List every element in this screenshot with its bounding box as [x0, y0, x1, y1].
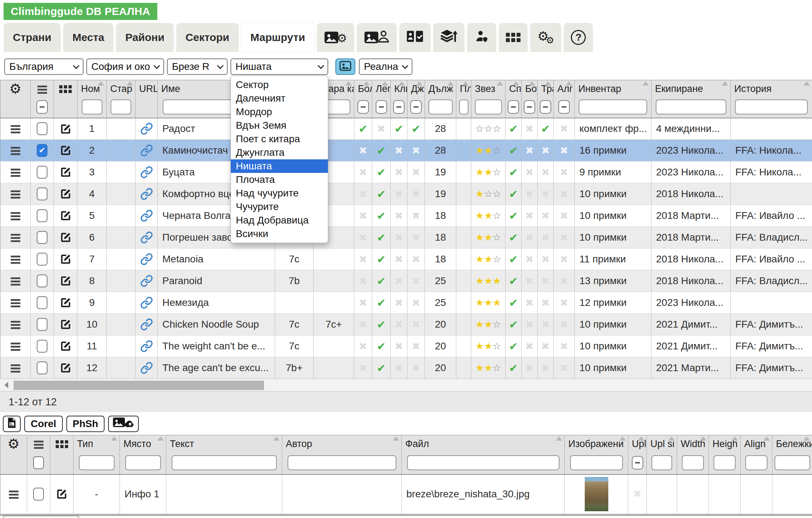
dropdown-option[interactable]: Вдън Земя: [231, 119, 328, 132]
filter-image-input[interactable]: [570, 455, 623, 470]
edit-button[interactable]: [60, 231, 72, 242]
column-header-upl[interactable]: Upl: [628, 435, 647, 452]
gear-icon[interactable]: ⚙: [9, 81, 21, 96]
column-header-type[interactable]: Тип: [73, 435, 120, 452]
sort-arrow-icon[interactable]: [566, 81, 572, 86]
row-checkbox[interactable]: ✔: [37, 144, 47, 157]
filter-place-input[interactable]: [125, 455, 161, 470]
route-row[interactable]: 9Немезида✖✔✖✖25★★★✔✖✖✖12 примки2023 Нико…: [0, 292, 812, 314]
route-row[interactable]: 3Буцата✖✔✖✖19★★☆✔✖✖✖9 примки2023 Никола.…: [0, 161, 812, 183]
route-photo-thumbnail[interactable]: [585, 477, 608, 511]
edit-button[interactable]: [60, 123, 72, 134]
select-mode[interactable]: Реална: [359, 58, 412, 75]
route-row[interactable]: 1Радост✔✖✔✔28☆☆☆✔✖✔✖комплект фр...4 межд…: [0, 118, 812, 140]
column-header-equip[interactable]: Екипиране: [651, 80, 731, 97]
select-region[interactable]: Брезе R: [167, 58, 228, 75]
filter-equip-input[interactable]: [656, 99, 726, 114]
filter-minus-checkbox[interactable]: [524, 100, 535, 114]
filter-type-input[interactable]: [79, 455, 115, 470]
dropdown-option[interactable]: Поет с китара: [231, 132, 328, 146]
sort-arrow-icon[interactable]: [722, 81, 728, 86]
route-link-icon[interactable]: [140, 296, 153, 307]
column-header-stars[interactable]: Звез: [471, 80, 506, 97]
filter-old-input[interactable]: [111, 99, 131, 114]
dropdown-option[interactable]: Нишата: [231, 159, 328, 173]
sort-arrow-icon[interactable]: [399, 81, 405, 86]
sort-arrow-icon[interactable]: [763, 436, 770, 441]
route-link-icon[interactable]: [140, 231, 153, 242]
route-row[interactable]: 4Комфортно вцепен✖✔✖✖19★☆☆✔✖✖✖10 примки2…: [0, 183, 812, 205]
corel-button[interactable]: Corel: [24, 416, 63, 432]
drag-handle[interactable]: [11, 340, 20, 352]
sort-arrow-icon[interactable]: [638, 436, 644, 441]
sort-arrow-icon[interactable]: [157, 436, 164, 441]
filter-inventory-input[interactable]: [579, 99, 647, 114]
edit-button[interactable]: [60, 210, 72, 221]
drag-handle[interactable]: [11, 232, 20, 243]
sort-arrow-icon[interactable]: [273, 436, 280, 441]
route-row[interactable]: 5Черната Волга✖✔✖✖18★★☆✔✖✖✖10 примки2018…: [0, 205, 812, 227]
select-sector[interactable]: Нишата: [230, 58, 328, 75]
row-checkbox[interactable]: [37, 188, 47, 200]
sort-arrow-icon[interactable]: [643, 81, 649, 86]
edit-button[interactable]: [60, 362, 72, 373]
filter-notes-input[interactable]: [775, 455, 810, 470]
file-image-button[interactable]: [3, 416, 21, 432]
tab-Страни[interactable]: Страни: [4, 23, 61, 52]
tab-apps-grid[interactable]: [499, 23, 528, 52]
sort-arrow-icon[interactable]: [700, 436, 706, 441]
column-header-kli[interactable]: Кли: [391, 80, 407, 97]
dropdown-option[interactable]: Чучурите: [231, 200, 328, 214]
route-row[interactable]: ✔2Каминочистач✖✔✖✖28★★☆✔✖✖✖16 примки2023…: [0, 140, 812, 161]
edit-button[interactable]: [60, 318, 72, 329]
dropdown-option[interactable]: Сектор: [231, 78, 328, 92]
filter-file-input[interactable]: [407, 455, 559, 470]
sort-arrow-icon[interactable]: [497, 81, 503, 86]
filter-text-input[interactable]: [172, 455, 277, 470]
route-row[interactable]: 8Paranoid7b✖✔✖✖25★★★✔✖✖✖13 примки2018 Ни…: [0, 270, 812, 292]
row-checkbox[interactable]: [37, 166, 47, 179]
filter-upl_size-input[interactable]: [651, 455, 672, 470]
drag-handle[interactable]: [11, 275, 20, 286]
column-header-height[interactable]: Heigh: [709, 435, 741, 452]
route-link-icon[interactable]: [140, 318, 153, 329]
edit-button[interactable]: [60, 253, 72, 264]
sort-arrow-icon[interactable]: [556, 436, 562, 441]
column-header-leg[interactable]: Лег: [372, 80, 391, 97]
drag-handle[interactable]: [11, 123, 20, 134]
drag-handle[interactable]: [11, 166, 20, 178]
filter-height-input[interactable]: [714, 455, 736, 470]
sort-arrow-icon[interactable]: [619, 436, 626, 441]
dropdown-option[interactable]: Над чучурите: [231, 186, 328, 200]
dropdown-option[interactable]: Над Добравица: [231, 214, 328, 227]
filter-num-input[interactable]: [82, 99, 102, 114]
drag-handle[interactable]: [11, 362, 20, 373]
column-header-url[interactable]: URL: [136, 80, 158, 97]
sort-arrow-icon[interactable]: [732, 436, 738, 441]
edit-button[interactable]: [60, 340, 72, 351]
bottom-scrollbar[interactable]: [0, 514, 812, 516]
phsh-button[interactable]: PhSh: [66, 416, 105, 432]
route-row[interactable]: 10Chicken Noodle Soup7c7c+✖✔✖✖20★★☆✔✖✖✖1…: [0, 314, 812, 335]
route-link-icon[interactable]: [140, 144, 153, 155]
sort-arrow-icon[interactable]: [462, 81, 469, 86]
horizontal-scrollbar[interactable]: [0, 379, 812, 391]
route-link-icon[interactable]: [140, 253, 153, 264]
filter-minus-checkbox[interactable]: [36, 100, 48, 114]
filter-minus-checkbox[interactable]: [357, 100, 369, 114]
filter-minus-checkbox[interactable]: [410, 100, 422, 114]
row-checkbox[interactable]: [37, 340, 47, 353]
filter-width-input[interactable]: [682, 455, 704, 470]
route-row[interactable]: 11The weight can't be e...7c✖✔✖✖20★★☆✔✖✖…: [0, 335, 812, 357]
sort-arrow-icon[interactable]: [345, 81, 352, 86]
column-header-bou[interactable]: Боу: [522, 80, 538, 97]
column-header-file[interactable]: Файл: [402, 435, 565, 452]
select-all-checkbox[interactable]: [33, 456, 44, 469]
sort-arrow-icon[interactable]: [513, 81, 519, 86]
sort-arrow-icon[interactable]: [803, 436, 810, 441]
filter-plo-input[interactable]: [459, 99, 468, 114]
column-header-num[interactable]: Ном: [77, 80, 107, 97]
column-header-upl_size[interactable]: Upl si: [647, 435, 677, 452]
column-header-align[interactable]: Align: [741, 435, 772, 452]
filter-stars-input[interactable]: [475, 99, 502, 114]
